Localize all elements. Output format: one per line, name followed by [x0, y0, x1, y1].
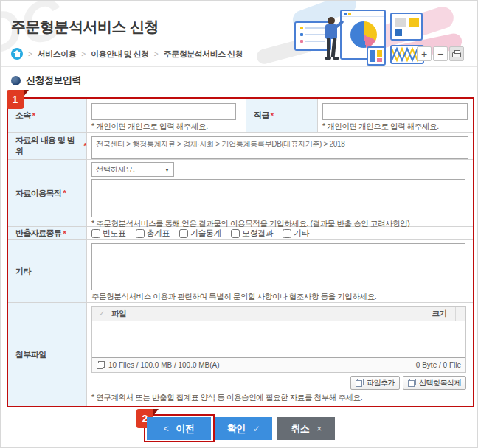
- data-scope-cell: 전국센터 > 행정통계자료 > 경제·사회 > 기업통계등록부DB(대표자기준)…: [87, 133, 473, 159]
- affiliation-hint: * 개인이면 개인으로 입력 해주세요.: [91, 122, 241, 132]
- checkbox-model-result[interactable]: 모형결과: [231, 228, 273, 239]
- purpose-label: 자료이용목적*: [8, 160, 87, 226]
- required-marker: *: [32, 111, 35, 120]
- data-scope-label: 자료의 내용 및 범위*: [8, 133, 87, 159]
- checkbox-frequency-table[interactable]: 빈도표: [91, 228, 126, 239]
- purpose-select-value: 선택하세요.: [96, 164, 135, 175]
- file-column-header: 파일: [111, 309, 423, 319]
- file-limit-summary: 10 Files / 100.0 MB / 100.0 MB(A): [108, 361, 220, 369]
- purpose-select[interactable]: 선택하세요. ▼: [91, 162, 174, 177]
- attachment-cell: ✓ 파일 크기 10 Files / 100.0 MB / 100.0 MB(A…: [87, 303, 473, 406]
- file-usage-summary: 0 Byte / 0 File: [416, 361, 461, 369]
- size-column-header: 크기: [423, 309, 455, 319]
- application-form: 소속* * 개인이면 개인으로 입력 해주세요. 직급* * 개인이면 개인으로…: [7, 97, 474, 407]
- delete-selected-files-button[interactable]: 선택항목삭제: [403, 376, 466, 390]
- purpose-cell: 선택하세요. ▼ * 주문형분석서비스를 통해 얻은 결과물의 이용목적을 기입…: [87, 160, 473, 226]
- etc-textarea[interactable]: [91, 243, 465, 290]
- image-panel-icon: [390, 13, 423, 41]
- form-row-etc: 기타 주문형분석서비스 이용과 관련하여 특별히 문의할 사항이나 협조사항 등…: [8, 240, 473, 303]
- files-icon: [97, 361, 105, 369]
- printer-icon: [452, 52, 461, 57]
- previous-button[interactable]: < 이전: [147, 417, 211, 440]
- export-types-cell: 빈도표 총계표 기술통계 모형결과 기타: [87, 227, 473, 239]
- add-file-icon: [356, 379, 364, 387]
- file-table-end-column: [455, 307, 465, 321]
- etc-cell: 주문형분석서비스 이용과 관련하여 특별히 문의할 사항이나 협조사항 등을 기…: [87, 240, 473, 302]
- position-cell: * 개인이면 개인으로 입력 해주세요.: [318, 99, 473, 132]
- check-icon: ✓: [253, 424, 260, 434]
- bar-chart-panel-icon: [367, 46, 386, 66]
- etc-checkbox[interactable]: [283, 229, 291, 238]
- required-marker: *: [83, 141, 86, 150]
- delete-files-icon: [408, 379, 416, 387]
- required-marker: *: [271, 111, 274, 120]
- breadcrumb-item-guide[interactable]: 이용안내 및 신청: [91, 49, 149, 60]
- section-bullet-icon: [11, 76, 21, 85]
- file-list-empty: [92, 321, 465, 357]
- page-tools: + −: [417, 46, 464, 61]
- model-result-checkbox[interactable]: [231, 229, 240, 238]
- affiliation-cell: * 개인이면 개인으로 입력 해주세요.: [87, 99, 246, 132]
- position-label: 직급*: [246, 99, 318, 132]
- required-marker: *: [63, 189, 66, 197]
- form-row-attachment: 첨부파일 ✓ 파일 크기 10 Files / 100.0 MB / 100.0…: [8, 303, 473, 406]
- file-table: ✓ 파일 크기 10 Files / 100.0 MB / 100.0 MB(A…: [91, 306, 466, 373]
- page-header: SDC: [1, 1, 477, 67]
- frequency-table-checkbox[interactable]: [91, 229, 100, 238]
- breadcrumb-item-current[interactable]: 주문형분석서비스 신청: [164, 49, 243, 60]
- page: SDC: [0, 0, 478, 448]
- checkbox-total-table[interactable]: 총계표: [136, 228, 170, 239]
- breadcrumb: > 서비스이용 > 이용안내 및 신청 > 주문형분석서비스 신청: [11, 48, 243, 60]
- home-icon[interactable]: [11, 48, 23, 60]
- form-row-affiliation-position: 소속* * 개인이면 개인으로 입력 해주세요. 직급* * 개인이면 개인으로…: [8, 99, 473, 133]
- breadcrumb-separator: >: [81, 50, 86, 58]
- data-scope-value: 전국센터 > 행정통계자료 > 경제·사회 > 기업통계등록부DB(대표자기준)…: [91, 136, 468, 159]
- zoom-in-button[interactable]: +: [417, 46, 432, 61]
- page-title: 주문형분석서비스 신청: [11, 17, 159, 37]
- checkbox-etc[interactable]: 기타: [283, 228, 309, 239]
- file-table-footer: 10 Files / 100.0 MB / 100.0 MB(A) 0 Byte…: [92, 357, 465, 372]
- attachment-label: 첨부파일: [8, 303, 87, 406]
- print-button[interactable]: [449, 46, 464, 61]
- etc-hint: 주문형분석서비스 이용과 관련하여 특별히 문의할 사항이나 협조사항 등을 기…: [91, 292, 468, 302]
- zoom-out-button[interactable]: −: [433, 46, 448, 61]
- attachment-hint: * 연구계획서 또는 반출할 집계표 양식 등 이용승인에 필요한 자료를 첨부…: [91, 393, 468, 403]
- form-row-export-types: 반출자료종류* 빈도표 총계표 기술통계 모형결과 기타: [8, 227, 473, 240]
- affiliation-input[interactable]: [91, 103, 236, 120]
- confirm-button[interactable]: 확인 ✓: [215, 417, 272, 440]
- breadcrumb-separator: >: [28, 50, 32, 58]
- select-all-check-icon[interactable]: ✓: [92, 309, 111, 318]
- breadcrumb-separator: >: [154, 50, 159, 58]
- add-file-button[interactable]: 파일추가: [350, 376, 400, 390]
- chevron-down-icon: ▼: [164, 167, 170, 172]
- bottom-divider: [7, 413, 473, 413]
- form-row-data-scope: 자료의 내용 및 범위* 전국센터 > 행정통계자료 > 경제·사회 > 기업통…: [8, 133, 473, 160]
- cancel-button[interactable]: 취소 ×: [277, 417, 335, 440]
- purpose-textarea[interactable]: [91, 179, 465, 217]
- file-table-header: ✓ 파일 크기: [92, 307, 465, 321]
- etc-label: 기타: [8, 240, 87, 302]
- checkbox-descriptive-stats[interactable]: 기술통계: [179, 228, 221, 239]
- form-row-purpose: 자료이용목적* 선택하세요. ▼ * 주문형분석서비스를 통해 얻은 결과물의 …: [8, 160, 473, 227]
- section-heading: 신청정보입력: [11, 74, 81, 87]
- total-table-checkbox[interactable]: [136, 229, 145, 238]
- annotation-step-1-badge: 1: [7, 90, 24, 109]
- position-input[interactable]: [322, 103, 468, 120]
- pie-chart-icon: [350, 21, 377, 48]
- breadcrumb-item-service-use[interactable]: 서비스이용: [38, 49, 77, 60]
- section-title: 신청정보입력: [26, 74, 81, 87]
- file-buttons: 파일추가 선택항목삭제: [91, 376, 466, 390]
- descriptive-stats-checkbox[interactable]: [179, 229, 188, 238]
- close-icon: ×: [316, 424, 322, 434]
- export-types-label: 반출자료종류*: [8, 227, 87, 239]
- person-illustration: [321, 17, 343, 63]
- position-hint: * 개인이면 개인으로 입력 해주세요.: [322, 122, 468, 132]
- chevron-left-icon: <: [164, 424, 169, 434]
- required-marker: *: [63, 229, 66, 238]
